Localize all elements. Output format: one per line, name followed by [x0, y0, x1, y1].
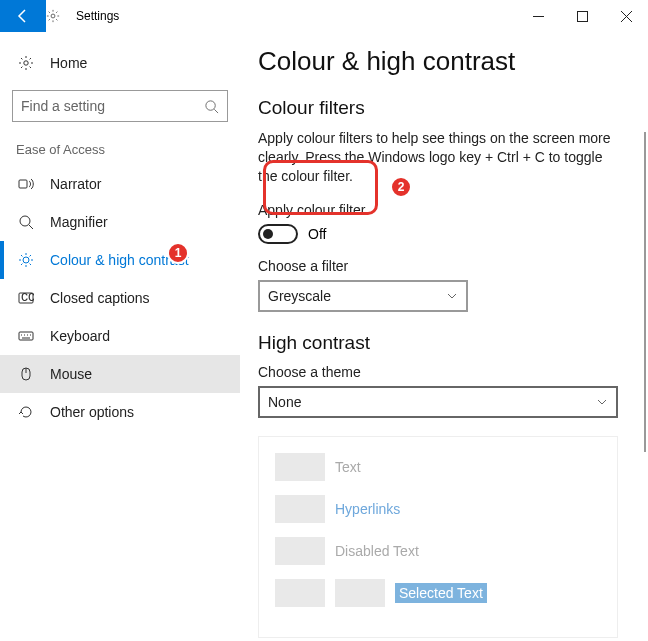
preview-swatch	[275, 579, 325, 607]
sidebar-item-mouse[interactable]: Mouse	[0, 355, 240, 393]
svg-rect-9	[19, 332, 33, 340]
sidebar: Home Ease of Access Narrator Magnifier C…	[0, 32, 240, 641]
preview-swatch	[275, 537, 325, 565]
preview-selected-row: Selected Text	[275, 579, 601, 607]
brightness-icon	[16, 252, 36, 268]
toggle-label: Apply colour filter	[258, 202, 624, 218]
search-input[interactable]	[21, 98, 204, 114]
settings-app-icon	[46, 9, 60, 23]
mouse-icon	[16, 366, 36, 382]
preview-hyperlinks-row: Hyperlinks	[275, 495, 601, 523]
nav-group-label: Ease of Access	[0, 138, 240, 165]
search-icon	[204, 99, 219, 114]
sidebar-item-narrator[interactable]: Narrator	[0, 165, 240, 203]
page-heading: Colour & high contrast	[258, 46, 624, 77]
sidebar-item-keyboard[interactable]: Keyboard	[0, 317, 240, 355]
sidebar-item-label: Magnifier	[50, 214, 108, 230]
filter-select-label: Choose a filter	[258, 258, 624, 274]
back-button[interactable]	[0, 0, 46, 32]
chevron-down-icon	[446, 290, 458, 302]
preview-label-text: Text	[335, 459, 361, 475]
svg-point-3	[206, 100, 215, 109]
maximize-button[interactable]	[560, 0, 604, 32]
preview-label-hyperlinks: Hyperlinks	[335, 501, 400, 517]
magnifier-icon	[16, 214, 36, 230]
sidebar-item-label: Closed captions	[50, 290, 150, 306]
search-input-wrapper[interactable]	[12, 90, 228, 122]
sidebar-item-other-options[interactable]: Other options	[0, 393, 240, 431]
preview-swatch	[335, 579, 385, 607]
sidebar-item-magnifier[interactable]: Magnifier	[0, 203, 240, 241]
gear-icon	[16, 55, 36, 71]
svg-text:cc: cc	[21, 290, 34, 304]
section-colour-filters-title: Colour filters	[258, 97, 624, 119]
preview-text-row: Text	[275, 453, 601, 481]
cc-icon: cc	[16, 290, 36, 306]
keyboard-icon	[16, 328, 36, 344]
section-colour-filters-desc: Apply colour filters to help see things …	[258, 129, 624, 186]
minimize-button[interactable]	[516, 0, 560, 32]
svg-rect-4	[19, 180, 27, 188]
scrollbar-indicator[interactable]	[644, 132, 646, 452]
home-label: Home	[50, 55, 87, 71]
svg-point-6	[23, 257, 29, 263]
app-title: Settings	[76, 9, 119, 23]
home-nav[interactable]: Home	[0, 44, 240, 82]
sidebar-item-label: Other options	[50, 404, 134, 420]
high-contrast-preview: Text Hyperlinks Disabled Text Selected T…	[258, 436, 618, 638]
preview-label-selected: Selected Text	[395, 583, 487, 603]
theme-select-value: None	[268, 394, 301, 410]
preview-label-disabled: Disabled Text	[335, 543, 419, 559]
close-button[interactable]	[604, 0, 648, 32]
svg-point-5	[20, 216, 30, 226]
toggle-value: Off	[308, 226, 326, 242]
svg-rect-1	[577, 11, 587, 21]
preview-swatch	[275, 453, 325, 481]
preview-disabled-row: Disabled Text	[275, 537, 601, 565]
narrator-icon	[16, 176, 36, 192]
refresh-icon	[16, 404, 36, 420]
sidebar-item-label: Mouse	[50, 366, 92, 382]
svg-point-0	[51, 14, 55, 18]
sidebar-item-label: Narrator	[50, 176, 101, 192]
filter-select-value: Greyscale	[268, 288, 331, 304]
content-area: Colour & high contrast Colour filters Ap…	[240, 32, 648, 641]
theme-select[interactable]: None	[258, 386, 618, 418]
sidebar-item-label: Colour & high contrast	[50, 252, 189, 268]
apply-colour-filter-setting: Apply colour filter Off	[258, 202, 624, 244]
preview-swatch	[275, 495, 325, 523]
apply-colour-filter-toggle[interactable]	[258, 224, 298, 244]
filter-select[interactable]: Greyscale	[258, 280, 468, 312]
svg-point-2	[24, 61, 28, 65]
sidebar-item-colour-high-contrast[interactable]: Colour & high contrast	[0, 241, 240, 279]
theme-select-label: Choose a theme	[258, 364, 624, 380]
chevron-down-icon	[596, 396, 608, 408]
sidebar-item-closed-captions[interactable]: cc Closed captions	[0, 279, 240, 317]
sidebar-item-label: Keyboard	[50, 328, 110, 344]
section-high-contrast-title: High contrast	[258, 332, 624, 354]
